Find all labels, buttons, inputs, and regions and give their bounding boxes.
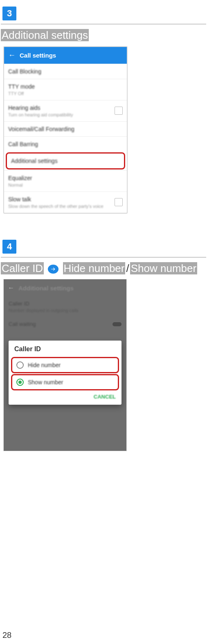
back-icon[interactable]: ← [8, 284, 14, 292]
item-call-waiting[interactable]: Call waiting [4, 317, 126, 331]
label: Additional settings [11, 158, 120, 164]
item-caller-id[interactable]: Caller ID Number displayed in outgoing c… [4, 296, 126, 317]
manual-page: 3 Additional settings ← Call settings Ca… [0, 0, 207, 644]
divider [1, 24, 206, 25]
option-label: Show number [28, 379, 63, 386]
step-4-badge: 4 [2, 240, 16, 254]
call-settings-screenshot: ← Call settings Call Blocking TTY mode T… [3, 46, 128, 214]
radio-selected-icon[interactable] [16, 379, 24, 386]
cancel-button[interactable]: CANCEL [94, 394, 116, 400]
item-hearing-aids[interactable]: Hearing aids Turn on hearing aid compati… [4, 100, 127, 121]
checkbox-icon[interactable] [115, 107, 123, 115]
label: Caller ID [9, 301, 122, 307]
item-tty-mode[interactable]: TTY mode TTY Off [4, 79, 127, 100]
heading-caller-id: Caller ID [1, 262, 44, 274]
appbar-title: Additional settings [18, 285, 74, 292]
heading-text: Additional settings [1, 29, 89, 41]
option-show-number[interactable]: Show number [11, 374, 119, 390]
label: Call waiting [9, 321, 36, 327]
item-call-blocking[interactable]: Call Blocking [4, 64, 127, 79]
appbar: ← Additional settings [4, 279, 126, 296]
dialog-actions: CANCEL [9, 391, 122, 401]
appbar: ← Call settings [4, 47, 127, 64]
back-icon[interactable]: ← [8, 51, 16, 60]
checkbox-icon[interactable] [115, 198, 123, 206]
item-equalizer[interactable]: Equalizer Normal [4, 170, 127, 192]
label: Call Blocking [8, 68, 123, 75]
item-voicemail-forwarding[interactable]: Voicemail/Call Forwarding [4, 121, 127, 136]
label: Slow talk [8, 196, 104, 203]
step-3-badge: 3 [2, 7, 16, 20]
divider [1, 257, 206, 258]
label: Equalizer [8, 175, 123, 181]
arrow-right-icon [48, 265, 59, 274]
appbar-title: Call settings [20, 52, 56, 59]
label: Voicemail/Call Forwarding [8, 126, 123, 132]
highlight-additional-settings: Additional settings [6, 152, 125, 169]
sublabel: Turn on hearing aid compatibility [8, 112, 73, 117]
toggle-icon[interactable] [112, 322, 122, 326]
caller-id-dialog-screenshot: ← Additional settings Caller ID Number d… [3, 279, 127, 451]
option-label: Hide number [28, 362, 61, 368]
slash: / [125, 262, 130, 274]
item-additional-settings[interactable]: Additional settings [8, 154, 123, 167]
sublabel: Slow down the speech of the other party'… [8, 204, 104, 209]
label: Hearing aids [8, 105, 73, 111]
heading-hide-number: Hide number [63, 262, 126, 274]
radio-icon[interactable] [16, 361, 24, 369]
item-slow-talk[interactable]: Slow talk Slow down the speech of the ot… [4, 192, 127, 213]
label: TTY mode [8, 83, 123, 90]
label: Call Barring [8, 141, 123, 147]
sublabel: Normal [8, 183, 123, 187]
sublabel: Number displayed in outgoing calls [9, 308, 122, 313]
item-call-barring[interactable]: Call Barring [4, 136, 127, 152]
dialog-title: Caller ID [9, 341, 122, 356]
heading-show-number: Show number [130, 262, 197, 274]
page-number: 28 [2, 631, 11, 640]
option-hide-number[interactable]: Hide number [11, 357, 119, 373]
step-4-heading: Caller ID Hide number/Show number [1, 262, 206, 275]
step-3-heading: Additional settings [1, 29, 206, 42]
sublabel: TTY Off [8, 91, 123, 96]
caller-id-dialog: Caller ID Hide number Show number CANCEL [9, 341, 122, 405]
